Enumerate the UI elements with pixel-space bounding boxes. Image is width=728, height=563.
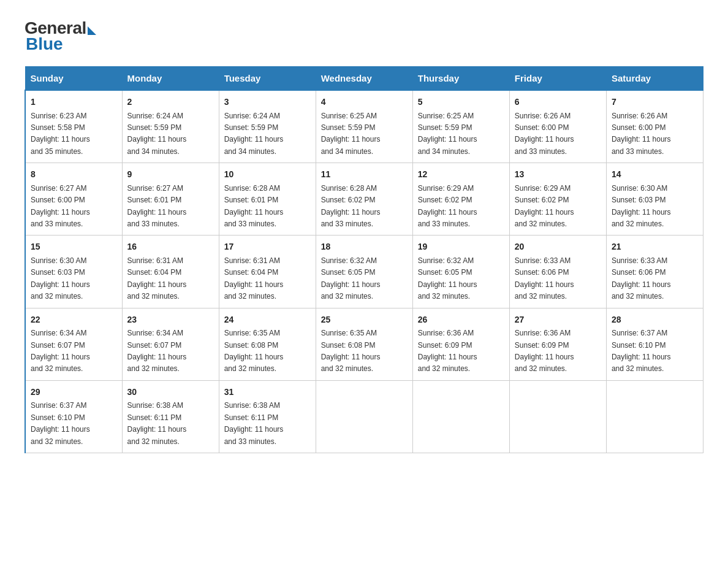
day-info: Sunrise: 6:35 AMSunset: 6:08 PMDaylight:…	[321, 329, 381, 373]
calendar-cell: 10Sunrise: 6:28 AMSunset: 6:01 PMDayligh…	[219, 163, 316, 236]
day-info: Sunrise: 6:24 AMSunset: 5:59 PMDaylight:…	[127, 112, 187, 156]
calendar-cell: 20Sunrise: 6:33 AMSunset: 6:06 PMDayligh…	[509, 236, 606, 308]
day-number: 29	[31, 386, 117, 399]
calendar-cell: 22Sunrise: 6:34 AMSunset: 6:07 PMDayligh…	[25, 308, 122, 380]
day-number: 31	[224, 386, 311, 399]
calendar-cell: 21Sunrise: 6:33 AMSunset: 6:06 PMDayligh…	[606, 236, 703, 308]
day-number: 17	[224, 240, 311, 254]
day-number: 6	[515, 96, 601, 109]
calendar-cell: 4Sunrise: 6:25 AMSunset: 5:59 PMDaylight…	[316, 90, 412, 163]
header-friday: Friday	[509, 67, 606, 91]
calendar-cell: 30Sunrise: 6:38 AMSunset: 6:11 PMDayligh…	[122, 380, 219, 453]
calendar-cell: 2Sunrise: 6:24 AMSunset: 5:59 PMDaylight…	[122, 90, 219, 163]
day-number: 25	[321, 313, 408, 327]
day-number: 24	[224, 313, 311, 327]
day-number: 23	[127, 313, 214, 327]
day-number: 28	[612, 313, 698, 327]
logo: General Blue	[25, 18, 96, 54]
day-info: Sunrise: 6:30 AMSunset: 6:03 PMDaylight:…	[612, 184, 671, 228]
calendar-cell	[606, 380, 703, 453]
header-tuesday: Tuesday	[219, 67, 316, 91]
day-number: 22	[31, 313, 117, 327]
day-info: Sunrise: 6:32 AMSunset: 6:05 PMDaylight:…	[418, 256, 477, 301]
calendar-cell	[412, 380, 509, 453]
calendar-cell: 23Sunrise: 6:34 AMSunset: 6:07 PMDayligh…	[122, 308, 219, 380]
calendar-week-row: 22Sunrise: 6:34 AMSunset: 6:07 PMDayligh…	[25, 308, 703, 380]
day-number: 19	[418, 240, 504, 254]
day-info: Sunrise: 6:26 AMSunset: 6:00 PMDaylight:…	[515, 112, 574, 156]
day-info: Sunrise: 6:29 AMSunset: 6:02 PMDaylight:…	[515, 184, 574, 228]
day-number: 16	[127, 240, 214, 254]
day-number: 1	[31, 96, 117, 109]
calendar-cell: 12Sunrise: 6:29 AMSunset: 6:02 PMDayligh…	[412, 163, 509, 236]
calendar-week-row: 8Sunrise: 6:27 AMSunset: 6:00 PMDaylight…	[25, 163, 703, 236]
day-number: 30	[127, 386, 214, 399]
calendar-cell: 19Sunrise: 6:32 AMSunset: 6:05 PMDayligh…	[412, 236, 509, 308]
day-info: Sunrise: 6:27 AMSunset: 6:00 PMDaylight:…	[31, 184, 90, 228]
day-info: Sunrise: 6:38 AMSunset: 6:11 PMDaylight:…	[224, 401, 284, 445]
day-number: 26	[418, 313, 504, 327]
day-number: 7	[612, 96, 698, 109]
calendar-cell: 18Sunrise: 6:32 AMSunset: 6:05 PMDayligh…	[316, 236, 412, 308]
day-info: Sunrise: 6:25 AMSunset: 5:59 PMDaylight:…	[321, 112, 381, 156]
day-number: 3	[224, 96, 311, 109]
calendar-cell: 3Sunrise: 6:24 AMSunset: 5:59 PMDaylight…	[219, 90, 316, 163]
header-thursday: Thursday	[412, 67, 509, 91]
day-info: Sunrise: 6:37 AMSunset: 6:10 PMDaylight:…	[31, 401, 90, 445]
page-header: General Blue	[25, 18, 703, 54]
day-info: Sunrise: 6:33 AMSunset: 6:06 PMDaylight:…	[515, 256, 574, 301]
header-wednesday: Wednesday	[316, 67, 412, 91]
day-info: Sunrise: 6:32 AMSunset: 6:05 PMDaylight:…	[321, 256, 381, 301]
day-number: 2	[127, 96, 214, 109]
calendar-cell: 9Sunrise: 6:27 AMSunset: 6:01 PMDaylight…	[122, 163, 219, 236]
day-number: 8	[31, 168, 117, 182]
calendar-cell: 24Sunrise: 6:35 AMSunset: 6:08 PMDayligh…	[219, 308, 316, 380]
day-number: 20	[515, 240, 601, 254]
calendar-cell: 6Sunrise: 6:26 AMSunset: 6:00 PMDaylight…	[509, 90, 606, 163]
header-monday: Monday	[122, 67, 219, 91]
day-info: Sunrise: 6:30 AMSunset: 6:03 PMDaylight:…	[31, 256, 90, 301]
calendar-cell: 11Sunrise: 6:28 AMSunset: 6:02 PMDayligh…	[316, 163, 412, 236]
calendar-cell: 25Sunrise: 6:35 AMSunset: 6:08 PMDayligh…	[316, 308, 412, 380]
day-info: Sunrise: 6:35 AMSunset: 6:08 PMDaylight:…	[224, 329, 284, 373]
calendar-cell: 17Sunrise: 6:31 AMSunset: 6:04 PMDayligh…	[219, 236, 316, 308]
day-number: 11	[321, 168, 408, 182]
day-info: Sunrise: 6:25 AMSunset: 5:59 PMDaylight:…	[418, 112, 477, 156]
day-info: Sunrise: 6:38 AMSunset: 6:11 PMDaylight:…	[127, 401, 187, 445]
day-number: 18	[321, 240, 408, 254]
day-info: Sunrise: 6:27 AMSunset: 6:01 PMDaylight:…	[127, 184, 187, 228]
calendar-table: SundayMondayTuesdayWednesdayThursdayFrid…	[25, 66, 703, 453]
day-info: Sunrise: 6:36 AMSunset: 6:09 PMDaylight:…	[418, 329, 477, 373]
day-info: Sunrise: 6:33 AMSunset: 6:06 PMDaylight:…	[612, 256, 671, 301]
calendar-cell: 1Sunrise: 6:23 AMSunset: 5:58 PMDaylight…	[25, 90, 122, 163]
calendar-cell: 16Sunrise: 6:31 AMSunset: 6:04 PMDayligh…	[122, 236, 219, 308]
day-number: 5	[418, 96, 504, 109]
calendar-cell: 14Sunrise: 6:30 AMSunset: 6:03 PMDayligh…	[606, 163, 703, 236]
day-info: Sunrise: 6:36 AMSunset: 6:09 PMDaylight:…	[515, 329, 574, 373]
day-info: Sunrise: 6:23 AMSunset: 5:58 PMDaylight:…	[31, 112, 90, 156]
calendar-cell: 8Sunrise: 6:27 AMSunset: 6:00 PMDaylight…	[25, 163, 122, 236]
calendar-week-row: 15Sunrise: 6:30 AMSunset: 6:03 PMDayligh…	[25, 236, 703, 308]
day-number: 4	[321, 96, 408, 109]
day-info: Sunrise: 6:29 AMSunset: 6:02 PMDaylight:…	[418, 184, 477, 228]
day-number: 27	[515, 313, 601, 327]
calendar-week-row: 1Sunrise: 6:23 AMSunset: 5:58 PMDaylight…	[25, 90, 703, 163]
day-info: Sunrise: 6:26 AMSunset: 6:00 PMDaylight:…	[612, 112, 671, 156]
calendar-cell: 15Sunrise: 6:30 AMSunset: 6:03 PMDayligh…	[25, 236, 122, 308]
day-info: Sunrise: 6:28 AMSunset: 6:02 PMDaylight:…	[321, 184, 381, 228]
day-number: 9	[127, 168, 214, 182]
logo-blue-text: Blue	[26, 34, 96, 54]
day-number: 21	[612, 240, 698, 254]
day-info: Sunrise: 6:31 AMSunset: 6:04 PMDaylight:…	[224, 256, 284, 301]
calendar-cell: 7Sunrise: 6:26 AMSunset: 6:00 PMDaylight…	[606, 90, 703, 163]
calendar-week-row: 29Sunrise: 6:37 AMSunset: 6:10 PMDayligh…	[25, 380, 703, 453]
day-info: Sunrise: 6:31 AMSunset: 6:04 PMDaylight:…	[127, 256, 187, 301]
calendar-cell	[509, 380, 606, 453]
header-sunday: Sunday	[25, 67, 122, 91]
calendar-cell: 31Sunrise: 6:38 AMSunset: 6:11 PMDayligh…	[219, 380, 316, 453]
calendar-cell: 5Sunrise: 6:25 AMSunset: 5:59 PMDaylight…	[412, 90, 509, 163]
day-info: Sunrise: 6:34 AMSunset: 6:07 PMDaylight:…	[31, 329, 90, 373]
calendar-cell: 28Sunrise: 6:37 AMSunset: 6:10 PMDayligh…	[606, 308, 703, 380]
day-number: 15	[31, 240, 117, 254]
day-number: 10	[224, 168, 311, 182]
